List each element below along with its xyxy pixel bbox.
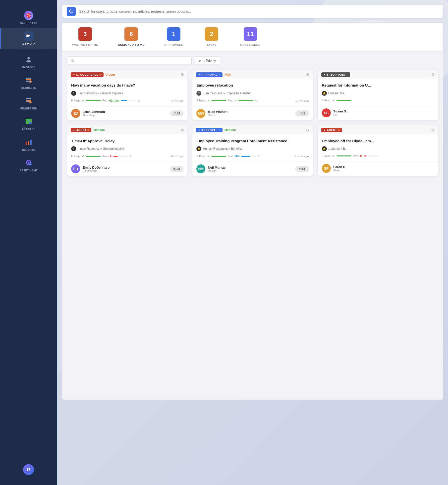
res-check-2: ✔: [234, 99, 237, 102]
sidebar-item-requested[interactable]: ! REQUESTED: [0, 93, 57, 113]
refresh-icon-4: ↻: [130, 154, 133, 158]
sidebar-label-requests: REQUESTS: [21, 87, 36, 89]
path-icon-2: ?: [196, 91, 201, 96]
sidebar-item-manager[interactable]: MANAGER: [0, 51, 57, 72]
filter-search-icon: [71, 59, 74, 62]
card-title-5: Employee Training Program Enrollment Ass…: [196, 139, 309, 144]
tab-unassigned[interactable]: 11 UNASSIGNED: [230, 23, 270, 51]
sidebar-item-dashboard[interactable]: 🎯 DASHBOARD: [0, 7, 57, 28]
person-info-5: Neil Murray Design: [208, 166, 295, 172]
timer-dot-1: [100, 74, 102, 76]
path-icon-6: 🔔: [322, 146, 327, 151]
svg-rect-16: [27, 120, 31, 120]
meta-row-6: F. Resp.: ✔ Res.: ✘: [322, 154, 434, 158]
card-body-3: Request for Information U... 🔔 Human Res…: [318, 79, 438, 106]
progress-2a: [211, 100, 226, 101]
tab-tasks[interactable]: 2 TASKS: [193, 23, 230, 51]
svg-point-4: [26, 60, 31, 62]
ticket-card-5[interactable]: ▼ APPROVAL Medium ⚙ Employee Training Pr…: [192, 125, 313, 176]
gear-icon-1[interactable]: ⚙: [180, 72, 184, 77]
refresh-icon-5: ↻: [258, 154, 261, 158]
res-cross-6: ✘: [360, 154, 362, 158]
priority-icon: [198, 59, 202, 62]
svg-rect-10: [26, 98, 31, 99]
tab-badge-assigned: 6: [124, 27, 138, 41]
svg-rect-17: [27, 121, 30, 121]
timer-dot-5: [219, 129, 221, 131]
ticket-card-2[interactable]: ▼ APPROVAL High ⚙ Employee relocation ? …: [192, 70, 313, 120]
f-resp-3: F. Resp.: ✔: [322, 99, 335, 102]
tab-assigned[interactable]: 6 ASSIGNED TO ME: [108, 23, 154, 51]
sidebar-item-articles[interactable]: i ARTICLES: [0, 113, 57, 134]
timer-dot-2: [219, 74, 221, 76]
timer-dot-3: [346, 74, 348, 76]
res-6: Res.: ✘: [353, 154, 362, 158]
ticket-card-1[interactable]: ▼ D. COVERDALE Urgent ⚙ How many vacatio…: [67, 70, 187, 120]
ticket-card-3[interactable]: ▼ S. SOPRANO ⚙ Request for Information U…: [318, 70, 438, 120]
priority-label-2: High: [224, 73, 231, 76]
gear-icon-5[interactable]: ⚙: [306, 128, 309, 133]
card-header-3: ▼ S. SOPRANO ⚙: [318, 70, 438, 79]
content-area: ↕ Priority ▼ D. COVERDALE Urgent ⚙ How m…: [62, 51, 443, 400]
card-path-3: 🔔 Human Res...: [322, 91, 434, 96]
progress-5a: [211, 156, 226, 157]
timer-dot-4: [87, 129, 89, 131]
filter-search-input[interactable]: [76, 59, 188, 62]
svg-rect-0: [26, 34, 28, 35]
card-header-5: ▼ APPROVAL Medium ⚙: [192, 125, 313, 135]
f-resp-2: F. Resp.: ✔: [196, 99, 210, 102]
sidebar-label-reports: REPORTS: [22, 148, 35, 151]
card-path-2: ? ...an Resource » Employee Transfer: [196, 91, 309, 96]
svg-point-25: [28, 162, 30, 164]
f-resp-check-4: ✔: [82, 154, 84, 158]
svg-text:i: i: [30, 164, 31, 165]
card-body-1: How many vacation days do I have? ! ...a…: [67, 79, 187, 106]
tab-label-approvals: APPROVALS: [164, 43, 183, 46]
card-header-4: ▼ AGENT Medium ⚙: [67, 125, 187, 135]
tab-label-tasks: TASKS: [207, 43, 217, 46]
tab-waiting[interactable]: 3 WAITING FOR ME: [62, 23, 108, 51]
requested-icon: !: [24, 96, 33, 105]
card-header-2: ▼ APPROVAL High ⚙: [192, 70, 313, 79]
sidebar-item-reports[interactable]: REPORTS: [0, 134, 57, 155]
gear-icon-2[interactable]: ⚙: [306, 72, 309, 77]
gear-icon-4[interactable]: ⚙: [180, 128, 184, 133]
sidebar-item-requests[interactable]: ! REQUESTS: [0, 72, 57, 93]
card-title-4: Time-Off Approval Delay: [71, 139, 183, 144]
header-badge-1: ▼ D. COVERDALE: [71, 72, 104, 77]
tab-approvals[interactable]: 1 APPROVALS: [154, 23, 193, 51]
gear-icon-6[interactable]: ⚙: [431, 128, 435, 133]
sidebar-item-mywork[interactable]: MY WORK: [0, 28, 57, 49]
manager-icon: [24, 55, 33, 64]
priority-button[interactable]: ↕ Priority: [194, 56, 220, 65]
svg-line-29: [72, 12, 73, 13]
person-info-4: Emily DeGennaro Engineering: [83, 166, 170, 172]
ticket-card-4[interactable]: ▼ AGENT Medium ⚙ Time-Off Approval Delay…: [67, 125, 187, 176]
card-footer-3: SS Susan S. HR: [318, 106, 438, 120]
timer-dot-6: [338, 129, 340, 131]
svg-rect-2: [26, 36, 29, 37]
progress-4a: [86, 156, 101, 157]
avatar-3: SS: [322, 108, 331, 117]
card-header-6: ▼ AGENT ⚙: [318, 125, 438, 135]
card-path-6: 🔔 ...source » B...: [322, 146, 434, 151]
card-title-6: Employee off for Clyde Jam...: [322, 139, 434, 144]
gear-icon-3[interactable]: ⚙: [431, 72, 435, 77]
sidebar-label-assetmgmt: ASSET MGMT: [20, 169, 38, 172]
path-icon-5: 🔔: [196, 146, 201, 151]
header-badge-5: ▼ APPROVAL: [196, 128, 223, 132]
person-info-1: Erica Johnson Marketing: [83, 110, 170, 117]
avatar-6: SP: [322, 164, 331, 173]
svg-rect-20: [26, 142, 27, 145]
f-resp-check-2: ✔: [207, 99, 210, 102]
time-ago-1: 5 min ago: [171, 99, 183, 102]
sidebar-item-assetmgmt[interactable]: i ASSET MGMT: [0, 155, 57, 175]
path-icon-1: !: [71, 91, 76, 96]
tab-badge-tasks: 2: [205, 27, 218, 41]
ticket-card-6[interactable]: ▼ AGENT ⚙ Employee off for Clyde Jam... …: [318, 125, 438, 176]
card-title-1: How many vacation days do I have?: [71, 83, 183, 88]
ticket-num-1: #134: [170, 110, 184, 116]
sidebar: 🎯 DASHBOARD MY WORK MANAGER !: [0, 0, 57, 485]
search-input[interactable]: [79, 9, 439, 13]
ticket-num-4: #135: [170, 166, 184, 172]
